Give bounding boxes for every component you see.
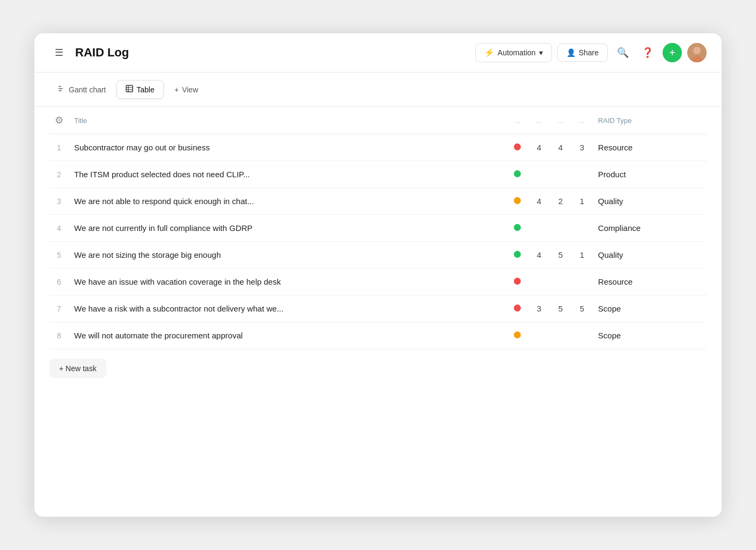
row-type: Resource <box>593 269 707 295</box>
row-c2 <box>550 215 571 242</box>
page-title: RAID Log <box>75 46 129 60</box>
row-c3 <box>571 215 593 242</box>
row-c3: 5 <box>571 295 593 322</box>
col3-header: ... <box>550 107 571 134</box>
row-status <box>507 322 528 349</box>
avatar <box>687 43 707 62</box>
tab-table-label: Table <box>136 85 154 94</box>
row-type: Quality <box>593 188 707 215</box>
table-row[interactable]: 5We are not sizing the storage big enoug… <box>49 242 707 269</box>
row-c2 <box>550 322 571 349</box>
row-c1 <box>528 322 550 349</box>
row-c2: 2 <box>550 188 571 215</box>
col4-header: ... <box>571 107 593 134</box>
svg-rect-3 <box>59 86 61 87</box>
table-row[interactable]: 6We have an issue with vacation coverage… <box>49 269 707 295</box>
tabs-bar: Gantt chart Table + View <box>34 73 722 107</box>
row-number: 3 <box>49 188 69 215</box>
share-label: Share <box>579 48 599 57</box>
row-c1: 4 <box>528 134 550 161</box>
row-title: We have a risk with a subcontractor not … <box>69 295 507 322</box>
plus-icon: + <box>669 47 675 59</box>
table-row[interactable]: 1Subcontractor may go out or business443… <box>49 134 707 161</box>
row-type: Product <box>593 161 707 188</box>
table-row[interactable]: 7We have a risk with a subcontractor not… <box>49 295 707 322</box>
gear-icon[interactable]: ⚙ <box>55 115 63 126</box>
row-type: Scope <box>593 322 707 349</box>
status-dot <box>514 251 521 258</box>
row-c1: 4 <box>528 188 550 215</box>
table-row[interactable]: 3We are not able to respond quick enough… <box>49 188 707 215</box>
row-status <box>507 134 528 161</box>
row-status <box>507 188 528 215</box>
plus-view-icon: + <box>175 85 179 94</box>
menu-button[interactable]: ☰ <box>49 43 69 62</box>
row-type: Resource <box>593 134 707 161</box>
search-button[interactable]: 🔍 <box>613 43 633 62</box>
row-c1 <box>528 161 550 188</box>
status-dot <box>514 278 521 285</box>
row-status <box>507 269 528 295</box>
row-title: We have an issue with vacation coverage … <box>69 269 507 295</box>
tab-view[interactable]: + View <box>166 81 207 98</box>
header-left: ☰ RAID Log <box>49 43 467 62</box>
row-c1: 4 <box>528 242 550 269</box>
status-dot <box>514 305 521 312</box>
row-number: 7 <box>49 295 69 322</box>
row-title: The ITSM product selected does not need … <box>69 161 507 188</box>
table-container: ⚙ Title ... ... ... ... <box>34 107 722 393</box>
table-row[interactable]: 4We are not currently in full compliance… <box>49 215 707 242</box>
row-type: Compliance <box>593 215 707 242</box>
col2-header: ... <box>528 107 550 134</box>
row-number: 2 <box>49 161 69 188</box>
title-column-header: Title <box>69 107 507 134</box>
row-c1 <box>528 215 550 242</box>
row-type: Scope <box>593 295 707 322</box>
status-dot <box>514 224 521 231</box>
table-icon <box>126 85 133 94</box>
tab-gantt[interactable]: Gantt chart <box>49 81 114 98</box>
tab-view-label: View <box>182 85 198 94</box>
chevron-down-icon: ▾ <box>539 48 543 57</box>
table-row[interactable]: 8We will not automate the procurement ap… <box>49 322 707 349</box>
automation-button[interactable]: ⚡ Automation ▾ <box>475 43 552 62</box>
row-title: We are not able to respond quick enough … <box>69 188 507 215</box>
main-window: ☰ RAID Log ⚡ Automation ▾ 👤 Share 🔍 ❓ + <box>34 33 722 517</box>
person-icon: 👤 <box>566 48 576 57</box>
row-c3: 1 <box>571 242 593 269</box>
row-number: 5 <box>49 242 69 269</box>
add-button[interactable]: + <box>663 43 682 62</box>
row-number: 8 <box>49 322 69 349</box>
row-title: We are not sizing the storage big enough <box>69 242 507 269</box>
header-right: ⚡ Automation ▾ 👤 Share 🔍 ❓ + <box>475 43 707 62</box>
tab-gantt-label: Gantt chart <box>69 85 106 94</box>
table-row[interactable]: 2The ITSM product selected does not need… <box>49 161 707 188</box>
row-c2: 5 <box>550 295 571 322</box>
row-c3 <box>571 269 593 295</box>
row-title: We will not automate the procurement app… <box>69 322 507 349</box>
gantt-icon <box>58 85 66 94</box>
automation-label: Automation <box>498 48 536 57</box>
status-dot <box>514 143 521 150</box>
tab-table[interactable]: Table <box>117 80 163 99</box>
raid-type-column-header: RAID Type <box>593 107 707 134</box>
row-number: 4 <box>49 215 69 242</box>
help-button[interactable]: ❓ <box>638 43 657 62</box>
new-task-button[interactable]: + New task <box>49 359 106 378</box>
status-dot <box>514 170 521 177</box>
status-dot <box>514 197 521 204</box>
row-c3: 1 <box>571 188 593 215</box>
row-status <box>507 242 528 269</box>
header: ☰ RAID Log ⚡ Automation ▾ 👤 Share 🔍 ❓ + <box>34 33 722 73</box>
bolt-icon: ⚡ <box>484 48 495 57</box>
svg-point-1 <box>693 47 701 54</box>
new-task-label: + New task <box>59 364 97 373</box>
row-c3 <box>571 161 593 188</box>
status-dot <box>514 331 521 338</box>
row-number: 6 <box>49 269 69 295</box>
share-button[interactable]: 👤 Share <box>557 44 608 62</box>
svg-rect-6 <box>126 85 133 92</box>
row-type: Quality <box>593 242 707 269</box>
row-title: We are not currently in full compliance … <box>69 215 507 242</box>
row-c2 <box>550 269 571 295</box>
